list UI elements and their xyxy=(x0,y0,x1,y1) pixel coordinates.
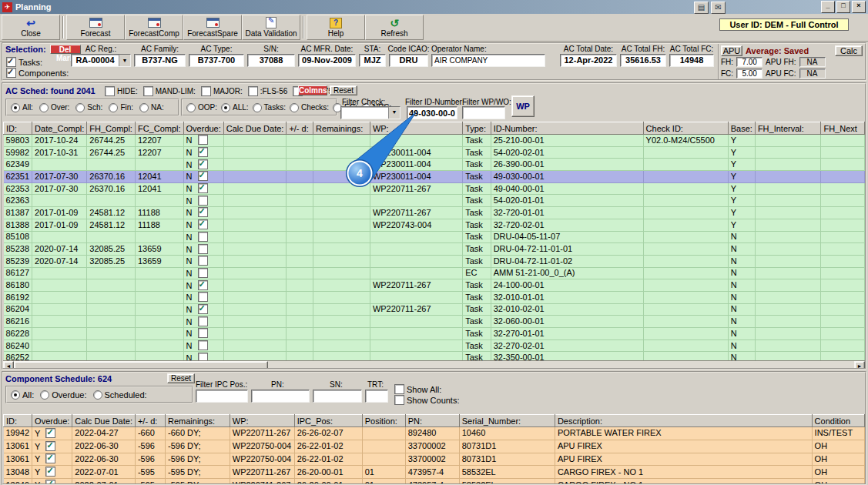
overdue-checkbox[interactable] xyxy=(198,196,208,206)
filter-pn-input[interactable] xyxy=(251,390,310,403)
components-checkbox[interactable]: Components: xyxy=(6,68,69,78)
data-validation-button[interactable]: Data Validation xyxy=(242,15,300,40)
overdue-checkbox[interactable] xyxy=(198,219,208,229)
overdue-checkbox[interactable] xyxy=(198,159,208,169)
minimize-button[interactable]: _ xyxy=(821,1,835,13)
forecast-spare-button[interactable]: ForecastSpare xyxy=(183,15,242,40)
column-header-base[interactable]: Base: xyxy=(728,122,755,135)
overdue-checkbox[interactable] xyxy=(198,268,208,278)
column-header-serial-number[interactable]: Serial_Number: xyxy=(459,415,555,427)
scroll-right-icon[interactable]: ► xyxy=(854,361,865,370)
tasks-checkbox[interactable]: Tasks: xyxy=(6,57,42,67)
table-row[interactable]: 62349NWP230011-004Task26-390-00-01Y xyxy=(4,159,865,171)
table-row[interactable]: 13061Y2022-06-30-596-596 DY;WP220750-004… xyxy=(4,440,865,453)
column-header-pn[interactable]: PN: xyxy=(405,415,459,427)
colmns-button[interactable]: Colmns xyxy=(298,85,327,95)
column-header-description[interactable]: Description: xyxy=(555,415,812,427)
checkbox-major[interactable]: MAJOR: xyxy=(201,86,243,96)
table-row[interactable]: 19942Y2022-04-27-660-660 DY;WP220711-267… xyxy=(4,427,865,440)
radio-fin[interactable]: Fin: xyxy=(109,103,133,112)
radio-all[interactable]: All: xyxy=(11,390,34,400)
overdue-checkbox[interactable] xyxy=(198,135,208,145)
filter-ipc-input[interactable] xyxy=(196,390,248,403)
maximize-button[interactable]: □ xyxy=(836,1,850,13)
overdue-checkbox[interactable] xyxy=(198,147,208,157)
table-row[interactable]: 86127NECAMM 51-21-00_0_(A)N xyxy=(4,267,865,279)
column-header-type[interactable]: Type: xyxy=(463,122,491,135)
overdue-checkbox[interactable] xyxy=(45,441,55,451)
close-window-button[interactable]: × xyxy=(852,1,866,13)
overdue-checkbox[interactable] xyxy=(198,353,208,360)
column-header-ipc-pos[interactable]: IPC_Pos: xyxy=(294,415,362,427)
radio-sch[interactable]: Sch: xyxy=(75,103,102,112)
table-row[interactable]: 13049Y2022-07-01-595-595 DY;WP220711-267… xyxy=(4,479,865,485)
checkbox-mand-lim[interactable]: MAND-LIM: xyxy=(143,86,196,96)
overdue-checkbox[interactable] xyxy=(198,183,208,193)
overdue-checkbox[interactable] xyxy=(198,256,208,266)
fh-average-field[interactable]: 7.00 xyxy=(736,57,762,67)
help-button[interactable]: ? Help xyxy=(307,15,365,40)
table-row[interactable]: 623532017-07-3026370.1612041NWP220711-26… xyxy=(4,182,865,195)
chevron-down-icon[interactable]: ▼ xyxy=(119,55,130,66)
print-icon[interactable]: ▤ xyxy=(694,2,709,14)
column-header-calc-due-date[interactable]: Calc Due Date: xyxy=(223,122,287,135)
column-header-fh-next[interactable]: FH_Next xyxy=(821,122,865,135)
radio-oop[interactable]: OOP: xyxy=(186,103,217,112)
table-row[interactable]: 86192NTask32-010-01-01N xyxy=(4,291,865,303)
radio-all[interactable]: ALL: xyxy=(221,103,249,112)
chevron-down-icon[interactable]: ▼ xyxy=(388,107,400,119)
close-button[interactable]: ↩ Close xyxy=(2,15,60,40)
radio-checks[interactable]: Checks: xyxy=(290,103,329,112)
overdue-checkbox[interactable] xyxy=(198,328,208,338)
column-header-fh-compl[interactable]: FH_Compl: xyxy=(87,122,136,135)
table-row[interactable]: 62363NTask54-020-01-01Y xyxy=(4,195,865,207)
radio-na[interactable]: NA: xyxy=(139,103,164,112)
overdue-checkbox[interactable] xyxy=(198,316,208,326)
table-row[interactable]: 598032017-10-2426744.2512207NTask25-210-… xyxy=(4,135,865,147)
checkbox-hide[interactable]: HIDE: xyxy=(105,86,138,96)
column-header-calc-due-date[interactable]: Calc Due Date: xyxy=(72,415,136,427)
overdue-checkbox[interactable] xyxy=(198,292,208,302)
wp-button[interactable]: WP xyxy=(511,95,535,117)
radio-scheduled[interactable]: Scheduled: xyxy=(93,390,147,400)
column-header-id-number[interactable]: ID-Number: xyxy=(491,122,643,135)
show-counts-checkbox[interactable]: Show Counts: xyxy=(394,395,459,405)
forecast-comp-button[interactable]: ForecastComp xyxy=(125,15,183,40)
table-row[interactable]: 86240NTask32-270-02-01N xyxy=(4,340,865,352)
table-row[interactable]: 599822017-10-3126744.2512207NWP230011-00… xyxy=(4,146,865,159)
radio-over[interactable]: Over: xyxy=(39,103,69,112)
overdue-checkbox[interactable] xyxy=(45,480,55,485)
column-header-overdue[interactable]: Overdue: xyxy=(32,415,72,427)
overdue-checkbox[interactable] xyxy=(198,207,208,217)
overdue-checkbox[interactable] xyxy=(198,280,208,290)
mail-icon[interactable]: ✉ xyxy=(711,2,726,14)
table-row[interactable]: 13061Y2022-06-30-596-596 DY;WP220750-004… xyxy=(4,453,865,466)
filter-id-number-input[interactable] xyxy=(407,106,457,119)
column-header-wp[interactable]: WP: xyxy=(230,415,294,427)
fc-average-field[interactable]: 5.00 xyxy=(736,69,762,79)
column-header-remainings[interactable]: Remainings: xyxy=(313,122,370,135)
column-header-d[interactable]: +/- d: xyxy=(135,415,165,427)
table-row[interactable]: 623512017-07-3026370.1612041NWP230011-00… xyxy=(4,171,865,183)
column-header-remainings[interactable]: Remainings: xyxy=(165,415,230,427)
refresh-button[interactable]: ↺ Refresh xyxy=(365,15,424,40)
forecast-button[interactable]: Forecast xyxy=(66,15,125,40)
component-reset-button[interactable]: Reset xyxy=(167,373,195,383)
calc-button[interactable]: Calc xyxy=(835,45,863,56)
table-row[interactable]: 813872017-01-0924581.1211188NWP220711-26… xyxy=(4,207,865,219)
table-row[interactable]: 852392020-07-1432085.2513659NTaskDRU-04-… xyxy=(4,255,865,267)
table-row[interactable]: 86204NWP220711-267Task32-010-02-01N xyxy=(4,303,865,316)
ac-reset-button[interactable]: Reset xyxy=(330,85,357,95)
column-header-condition[interactable]: Condition xyxy=(812,415,864,427)
radio-all[interactable]: All: xyxy=(11,103,33,112)
horizontal-scrollbar[interactable]: ◄ ► xyxy=(3,360,865,370)
column-header-position[interactable]: Position: xyxy=(362,415,405,427)
scroll-left-icon[interactable]: ◄ xyxy=(3,361,14,370)
overdue-checkbox[interactable] xyxy=(198,340,208,350)
overdue-checkbox[interactable] xyxy=(198,304,208,314)
radio-tasks[interactable]: Tasks: xyxy=(253,103,286,112)
table-row[interactable]: 86216NTask32-060-00-01N xyxy=(4,316,865,328)
column-header-date-compl[interactable]: Date_Compl: xyxy=(32,122,87,135)
table-row[interactable]: 86228NTask32-270-01-01N xyxy=(4,328,865,340)
column-header-id[interactable]: ID: xyxy=(4,122,32,135)
